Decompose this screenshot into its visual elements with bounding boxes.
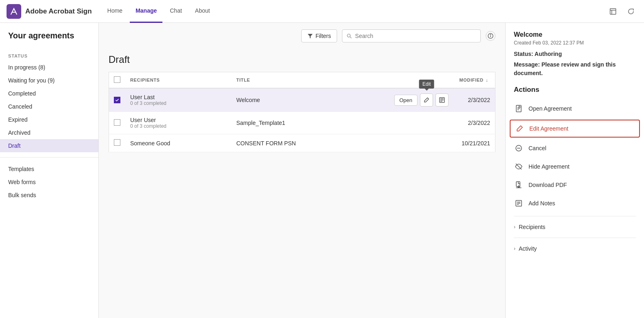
row1-title: Welcome [231, 88, 389, 112]
chevron-right-icon: › [514, 224, 515, 230]
download-icon [514, 180, 524, 190]
table-row: Someone Good CONSENT FORM PSN 10/21/2021 [109, 134, 495, 152]
panel-divider-1 [514, 216, 636, 216]
panel-divider-2 [514, 238, 636, 238]
sidebar-status-label: STATUS [0, 49, 98, 61]
filter-button[interactable]: Filters [301, 29, 337, 42]
row3-actions [389, 134, 455, 152]
row2-checkbox[interactable] [114, 119, 120, 126]
content-header: Filters [99, 23, 505, 49]
panel-created-meta: Created Feb 03, 2022 12:37 PM [514, 40, 636, 46]
sidebar-item-bulk-sends[interactable]: Bulk sends [0, 189, 98, 202]
action-add-notes[interactable]: Add Notes [514, 194, 636, 213]
row3-recipients: Someone Good [125, 134, 231, 152]
sidebar-item-completed[interactable]: Completed [0, 87, 98, 100]
cancel-icon [514, 143, 524, 153]
search-icon [346, 33, 352, 39]
main-nav: Home Manage Chat About [102, 0, 216, 23]
chevron-right-icon-2: › [514, 246, 515, 251]
search-input[interactable] [355, 30, 476, 42]
sidebar-divider [0, 157, 98, 158]
col-header-title: TITLE [231, 72, 389, 89]
select-all-checkbox[interactable] [114, 76, 120, 83]
draft-section: Draft RECIPIENTS TITLE [99, 49, 505, 162]
action-edit-agreement[interactable]: Edit Agreement [510, 120, 640, 138]
notes-inline-button[interactable] [435, 93, 449, 107]
svg-rect-0 [610, 9, 616, 14]
nav-window-icon[interactable] [606, 5, 620, 18]
svg-line-4 [350, 37, 351, 38]
right-panel: Welcome Created Feb 03, 2022 12:37 PM St… [505, 23, 644, 318]
panel-doc-title: Welcome [514, 31, 636, 38]
info-icon[interactable] [486, 31, 495, 41]
row3-title: CONSENT FORM PSN [231, 134, 389, 152]
sidebar-item-archived[interactable]: Archived [0, 126, 98, 139]
sidebar-item-canceled[interactable]: Canceled [0, 100, 98, 113]
draft-title: Draft [109, 49, 495, 72]
nav-home[interactable]: Home [102, 0, 128, 23]
agreements-table: RECIPIENTS TITLE MODIFIED ↓ [109, 72, 495, 152]
table-row: User Last 0 of 3 completed Welcome Open … [109, 88, 495, 112]
sidebar-item-draft[interactable]: Draft [0, 139, 98, 152]
sort-icon: ↓ [486, 78, 488, 82]
app-title: Adobe Acrobat Sign [25, 7, 92, 16]
row1-modified: 2/3/2022 [455, 88, 495, 112]
hide-icon [514, 162, 524, 171]
row1-recipients: User Last 0 of 3 completed [125, 88, 231, 112]
col-header-recipients: RECIPIENTS [125, 72, 231, 89]
sidebar: Your agreements STATUS In progress (8) W… [0, 23, 99, 318]
sidebar-item-templates[interactable]: Templates [0, 162, 98, 176]
notes-icon [514, 198, 524, 208]
action-open-agreement[interactable]: Open Agreement [514, 100, 636, 118]
svg-point-7 [491, 35, 491, 35]
action-cancel[interactable]: Cancel [514, 139, 636, 158]
row1-action-buttons: Open Edit [394, 93, 450, 107]
filter-icon [307, 33, 313, 39]
nav-right-actions [606, 5, 637, 18]
row2-recipients: User User 0 of 3 completed [125, 112, 231, 134]
row2-actions [389, 112, 455, 134]
sidebar-item-waiting-for-you[interactable]: Waiting for you (9) [0, 74, 98, 87]
col-header-actions [389, 72, 455, 89]
expandable-activity[interactable]: › Activity [514, 241, 636, 256]
app-logo-icon [7, 4, 21, 19]
sidebar-item-expired[interactable]: Expired [0, 113, 98, 126]
nav-manage[interactable]: Manage [130, 0, 162, 23]
action-download-pdf[interactable]: Download PDF [514, 176, 636, 194]
sidebar-item-in-progress[interactable]: In progress (8) [0, 61, 98, 74]
edit-button-container: Edit [420, 93, 433, 107]
nav-chat[interactable]: Chat [164, 0, 188, 23]
expandable-recipients[interactable]: › Recipients [514, 220, 636, 234]
sidebar-item-web-forms[interactable]: Web forms [0, 176, 98, 189]
nav-refresh-icon[interactable] [624, 5, 637, 18]
content-area: Filters Draft [99, 23, 505, 318]
search-bar [342, 29, 481, 42]
row3-modified: 10/21/2021 [455, 134, 495, 152]
edit-button[interactable] [420, 93, 433, 107]
action-hide-agreement[interactable]: Hide Agreement [514, 158, 636, 176]
open-button[interactable]: Open [394, 95, 418, 106]
col-header-modified: MODIFIED ↓ [455, 72, 495, 89]
nav-about[interactable]: About [189, 0, 216, 23]
logo-area: Adobe Acrobat Sign [7, 4, 92, 19]
panel-actions-title: Actions [514, 86, 636, 94]
row1-checkbox[interactable] [114, 97, 120, 103]
panel-status: Status: Authoring [514, 51, 636, 57]
top-nav: Adobe Acrobat Sign Home Manage Chat Abou… [0, 0, 644, 23]
svg-point-3 [347, 34, 350, 37]
row3-checkbox[interactable] [114, 139, 120, 146]
table-row: User User 0 of 3 completed Sample_Templa… [109, 112, 495, 134]
row1-actions: Open Edit [389, 88, 455, 112]
main-layout: Your agreements STATUS In progress (8) W… [0, 23, 644, 318]
edit-icon [515, 124, 524, 133]
row2-title: Sample_Template1 [231, 112, 389, 134]
doc-icon [514, 104, 524, 113]
row2-modified: 2/3/2022 [455, 112, 495, 134]
sidebar-title: Your agreements [0, 31, 98, 49]
panel-message: Message: Please review and sign this doc… [514, 60, 636, 78]
